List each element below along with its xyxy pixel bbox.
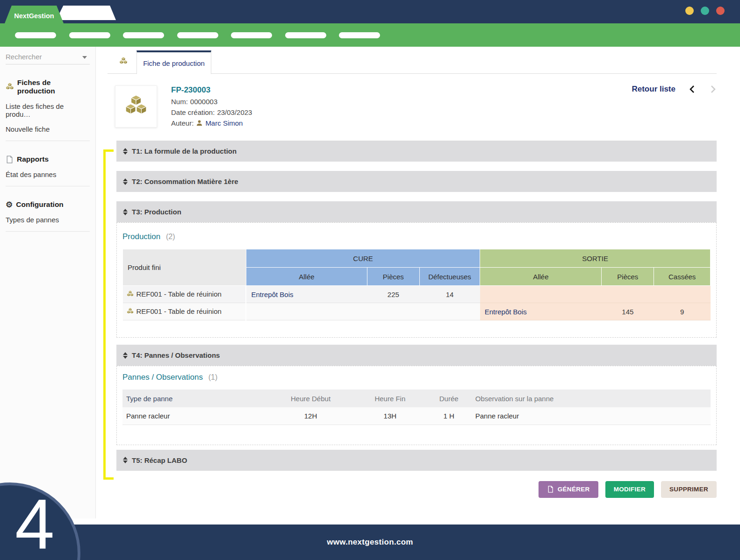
column-header-produit-fini: Produit fini	[123, 249, 246, 286]
search-placeholder: Rechercher	[6, 53, 42, 61]
tab-fiche-de-production[interactable]: Fiche de production	[137, 50, 211, 74]
window-dot-teal[interactable]	[701, 7, 709, 15]
section-title-text: Pannes / Observations	[122, 373, 203, 382]
sidebar-divider	[6, 231, 90, 232]
column-header-cure-pieces: Pièces	[367, 268, 419, 286]
record-num: Num: 0000003	[171, 98, 252, 106]
supprimer-button[interactable]: SUPPRIMER	[661, 481, 717, 498]
cell-cure-pieces	[367, 303, 419, 320]
cell-duree: 1 H	[423, 407, 475, 425]
record-title: FP-230003	[171, 85, 252, 95]
back-to-list-link[interactable]: Retour liste	[632, 85, 675, 94]
accordion-label: T1: La formule de la production	[132, 147, 237, 155]
sidebar-section-fiches: Fiches de production	[6, 78, 90, 95]
accordion-label: T2: Consommation Matière 1ère	[132, 177, 238, 185]
generer-label: GÉNÉRER	[558, 486, 590, 493]
sidebar-item-etat-pannes[interactable]: État des pannes	[6, 170, 90, 178]
column-header-heure-fin: Heure Fin	[358, 390, 422, 407]
gear-icon: ⚙	[6, 201, 13, 209]
sidebar-item-types-pannes[interactable]: Types de pannes	[6, 216, 90, 224]
sidebar-section-title: Configuration	[16, 200, 64, 209]
table-row: REF001 - Table de réuinion Entrepôt Bois…	[123, 286, 711, 303]
sort-arrows-icon	[123, 148, 128, 155]
chevron-right-icon[interactable]	[709, 85, 717, 93]
table-row: Panne racleur 12H 13H 1 H Panne racleur	[122, 407, 711, 425]
accordion-t4[interactable]: T4: Pannes / Observations	[116, 345, 717, 366]
app-logo-text: NextGestion	[14, 12, 54, 20]
sidebar-item-liste-fiches[interactable]: Liste des fiches de produ…	[6, 102, 90, 118]
accordion-list: T1: La formule de la production T2: Cons…	[108, 141, 717, 471]
record-thumbnail	[115, 85, 157, 128]
tab-label: Fiche de production	[143, 59, 205, 67]
cell-sortie-cassees: 9	[654, 303, 711, 320]
pannes-section-title: Pannes / Observations (1)	[122, 373, 711, 382]
cell-sortie-allee: Entrepôt Bois	[480, 303, 602, 320]
cell-sortie-pieces: 145	[602, 303, 654, 320]
table-row: REF001 - Table de réuinion Entrepôt Bois…	[123, 303, 711, 320]
cell-sortie-allee	[480, 286, 602, 303]
cell-cure-allee	[246, 303, 367, 320]
nav-menu-placeholder[interactable]	[69, 32, 110, 38]
num-label: Num:	[171, 98, 188, 106]
nav-menu-placeholder[interactable]	[177, 32, 218, 38]
cell-cure-defectueuses: 14	[419, 286, 480, 303]
nav-menu-placeholder[interactable]	[123, 32, 164, 38]
accordion-t1[interactable]: T1: La formule de la production	[116, 141, 717, 162]
pannes-table: Type de panne Heure Début Heure Fin Duré…	[122, 390, 711, 425]
generer-button[interactable]: GÉNÉRER	[539, 481, 598, 498]
modifier-button[interactable]: MODIFIER	[605, 481, 654, 498]
window-dot-red[interactable]	[716, 7, 725, 15]
sidebar-item-nouvelle-fiche[interactable]: Nouvelle fiche	[6, 125, 90, 133]
num-value: 0000003	[190, 98, 217, 106]
sort-arrows-icon	[123, 178, 128, 185]
column-group-cure: CURE	[246, 249, 480, 268]
sidebar-divider	[6, 141, 90, 141]
redacted-title-shape	[56, 6, 116, 20]
column-group-sortie: SORTIE	[480, 249, 711, 268]
cubes-icon	[6, 83, 14, 91]
cell-product: REF001 - Table de réuinion	[123, 286, 246, 303]
column-header-observation: Observation sur la panne	[475, 390, 711, 407]
search-input[interactable]: Rechercher	[6, 51, 90, 64]
accordion-label: T5: Récap LABO	[132, 456, 187, 464]
sort-arrows-icon	[123, 352, 128, 359]
accordion-label: T4: Pannes / Observations	[132, 351, 220, 359]
nav-menu-placeholder[interactable]	[285, 32, 326, 38]
nav-menu-placeholder[interactable]	[231, 32, 272, 38]
cell-product: REF001 - Table de réuinion	[123, 303, 246, 320]
record-author: Auteur: Marc Simon	[171, 119, 252, 127]
accordion-t5[interactable]: T5: Récap LABO	[116, 450, 717, 471]
cell-sortie-cassees	[654, 286, 711, 303]
slide-number: 4	[15, 489, 55, 560]
nav-menu-placeholder[interactable]	[15, 32, 56, 38]
accordion-label: T3: Production	[132, 208, 181, 216]
column-header-heure-debut: Heure Début	[264, 390, 358, 407]
product-label: REF001 - Table de réuinion	[137, 290, 222, 298]
cell-type-de-panne: Panne racleur	[122, 407, 264, 425]
sidebar-section-configuration: ⚙ Configuration	[6, 200, 90, 209]
title-bar: NextGestion	[0, 0, 740, 23]
cell-sortie-pieces	[602, 286, 654, 303]
column-header-cure-defectueuses: Défectueuses	[419, 268, 480, 286]
author-value: Marc Simon	[205, 119, 243, 127]
window-dot-yellow[interactable]	[685, 7, 694, 15]
chevron-left-icon[interactable]	[689, 85, 696, 93]
sidebar: Rechercher Fiches de production Liste de…	[0, 47, 96, 518]
author-label: Auteur:	[171, 119, 194, 127]
record-date: Date création: 23/03/2023	[171, 108, 252, 116]
nav-menu-placeholder[interactable]	[339, 32, 380, 38]
accordion-t3[interactable]: T3: Production	[116, 201, 717, 222]
footer: www.nextgestion.com	[0, 525, 740, 560]
sort-arrows-icon	[123, 457, 128, 463]
sidebar-section-rapports: Rapports	[6, 155, 90, 163]
section-count: (1)	[208, 373, 218, 381]
production-section-title: Production (2)	[122, 232, 711, 241]
cell-cure-allee: Entrepôt Bois	[246, 286, 367, 303]
accordion-t2[interactable]: T2: Consommation Matière 1ère	[116, 171, 717, 192]
footer-url: www.nextgestion.com	[327, 538, 413, 547]
date-label: Date création:	[171, 108, 215, 116]
sort-arrows-icon	[123, 209, 128, 215]
report-icon	[6, 156, 14, 163]
sidebar-divider	[6, 186, 90, 186]
section-count: (2)	[166, 233, 175, 241]
